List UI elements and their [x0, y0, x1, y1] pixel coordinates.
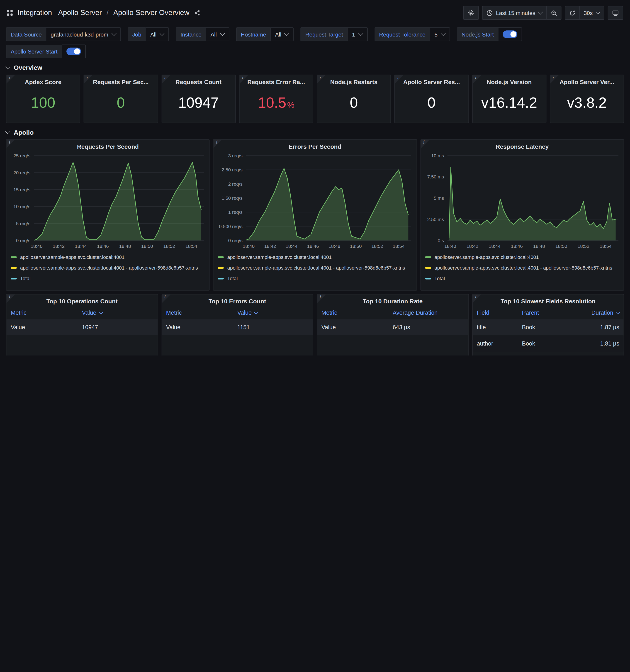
panel-title[interactable]: Requests Per Second	[6, 140, 209, 151]
table-row: Value 10947	[6, 319, 157, 335]
column-header-value[interactable]: Value	[237, 310, 309, 316]
request-tolerance-select[interactable]: 5	[430, 27, 450, 41]
legend-label[interactable]: Total	[227, 276, 412, 281]
data-source-select[interactable]: grafanacloud-k3d-prom	[46, 27, 121, 41]
legend-item: Total	[425, 273, 619, 284]
panel-info-icon[interactable]: i	[214, 140, 222, 148]
refresh-button[interactable]	[565, 6, 580, 20]
cell-metric: Value	[166, 324, 237, 330]
panel-info-icon[interactable]: i	[421, 140, 429, 148]
column-header-value[interactable]: Value	[82, 310, 153, 316]
panel-info-icon[interactable]: i	[472, 75, 481, 83]
stat-panel-apdex-score: i Apdex Score 100	[6, 75, 80, 123]
panel-info-icon[interactable]: i	[162, 75, 170, 83]
section-overview[interactable]: Overview	[6, 64, 624, 71]
cell-field: title	[477, 324, 522, 330]
apollo-server-start-variable: Apollo Server Start	[6, 45, 86, 58]
kiosk-mode-button[interactable]	[608, 6, 623, 20]
top10-operations-count-panel: i Top 10 Operations Count Metric Value V…	[6, 294, 158, 356]
svg-text:0 s: 0 s	[438, 238, 444, 243]
dashboard-settings-button[interactable]	[463, 6, 479, 20]
legend-label[interactable]: Total	[434, 276, 619, 281]
panel-title[interactable]: Node.js Restarts	[317, 75, 391, 87]
panel-title[interactable]: Top 10 Slowest Fields Resolution	[472, 294, 624, 306]
column-header-metric[interactable]: Metric	[166, 310, 237, 316]
column-header-field[interactable]: Field	[477, 310, 522, 316]
legend-label[interactable]: apolloserver.sample-apps.svc.cluster.loc…	[434, 265, 619, 270]
cell-value: 10947	[82, 324, 153, 330]
legend-label[interactable]: Total	[20, 276, 205, 281]
panel-info-icon[interactable]: i	[317, 294, 326, 303]
panel-info-icon[interactable]: i	[84, 75, 93, 83]
column-header-duration[interactable]: Duration	[577, 310, 619, 316]
request-target-label: Request Target	[300, 27, 347, 41]
errors-per-second-chart[interactable]: 0 req/s0.500 req/s1 req/s1.50 req/s2 req…	[214, 151, 416, 251]
apps-grid-icon[interactable]	[7, 10, 13, 16]
legend-label[interactable]: apolloserver.sample-apps.svc.cluster.loc…	[434, 255, 619, 260]
panel-info-icon[interactable]: i	[162, 294, 170, 303]
column-header-metric[interactable]: Metric	[11, 310, 82, 316]
panel-title[interactable]: Top 10 Duration Rate	[317, 294, 468, 306]
legend-label[interactable]: apolloserver.sample-apps.svc.cluster.loc…	[227, 265, 412, 270]
stat-value: 100	[31, 95, 55, 110]
panel-info-icon[interactable]: i	[472, 294, 481, 303]
panel-info-icon[interactable]: i	[395, 75, 404, 83]
svg-text:18:52: 18:52	[371, 243, 383, 249]
legend-label[interactable]: apolloserver.sample-apps.svc.cluster.loc…	[227, 255, 412, 260]
svg-text:2 req/s: 2 req/s	[228, 182, 243, 187]
hostname-variable: Hostname All	[236, 27, 294, 41]
refresh-interval-picker[interactable]: 30s	[579, 6, 604, 20]
svg-text:18:48: 18:48	[533, 243, 545, 249]
panel-info-icon[interactable]: i	[239, 75, 248, 83]
cell-parent: Book	[522, 324, 577, 330]
panel-title[interactable]: Apdex Score	[6, 75, 80, 87]
column-header-parent[interactable]: Parent	[522, 310, 577, 316]
hostname-select[interactable]: All	[270, 27, 294, 41]
panel-title[interactable]: Errors Per Second	[214, 140, 416, 151]
response-latency-chart[interactable]: 0 s2.50 ms5 ms7.50 ms10 ms18:4018:4218:4…	[421, 151, 624, 251]
panel-title[interactable]: Node.js Version	[472, 75, 546, 87]
panel-title[interactable]: Apollo Server Ver...	[550, 75, 624, 87]
svg-text:18:48: 18:48	[119, 243, 131, 249]
gear-icon	[468, 9, 475, 16]
job-select[interactable]: All	[146, 27, 169, 41]
panel-info-icon[interactable]: i	[6, 294, 15, 303]
column-header-average-duration[interactable]: Average Duration	[393, 310, 464, 316]
nodejs-start-toggle[interactable]	[503, 30, 517, 38]
share-icon[interactable]	[194, 10, 200, 16]
apollo-server-start-toggle[interactable]	[67, 48, 81, 55]
cell-duration: 1.87 µs	[577, 324, 619, 330]
panel-title[interactable]: Apollo Server Res...	[395, 75, 468, 87]
column-header-metric[interactable]: Metric	[321, 310, 393, 316]
requests-per-second-chart[interactable]: 0 req/s5 req/s10 req/s15 req/s20 req/s25…	[6, 151, 209, 251]
svg-text:2.50 ms: 2.50 ms	[427, 217, 444, 222]
data-source-label: Data Source	[6, 27, 46, 41]
panel-info-icon[interactable]: i	[317, 75, 326, 83]
breadcrumb-folder[interactable]: Integration - Apollo Server	[18, 8, 102, 17]
panel-info-icon[interactable]: i	[6, 140, 15, 148]
stat-value: v3.8.2	[567, 95, 607, 110]
panel-info-icon[interactable]: i	[550, 75, 559, 83]
chevron-down-icon	[5, 64, 10, 69]
zoom-out-button[interactable]	[546, 6, 561, 20]
svg-text:18:44: 18:44	[286, 243, 298, 249]
panel-title[interactable]: Requests Error Ra...	[239, 75, 313, 87]
legend-label[interactable]: apolloserver.sample-apps.svc.cluster.loc…	[20, 255, 205, 260]
section-apollo[interactable]: Apollo	[6, 128, 624, 136]
panel-title[interactable]: Requests Count	[162, 75, 235, 87]
instance-select[interactable]: All	[206, 27, 229, 41]
legend-label[interactable]: apolloserver.sample-apps.svc.cluster.loc…	[20, 265, 205, 270]
panel-title[interactable]: Top 10 Operations Count	[6, 294, 157, 306]
breadcrumb-dashboard[interactable]: Apollo Server Overview	[113, 8, 190, 17]
legend-swatch	[11, 278, 17, 279]
panel-title[interactable]: Requests Per Sec...	[84, 75, 158, 87]
panel-info-icon[interactable]: i	[6, 75, 15, 83]
table-row: Value 1151	[162, 319, 313, 335]
request-target-select[interactable]: 1	[347, 27, 367, 41]
time-range-picker[interactable]: Last 15 minutes	[482, 6, 547, 20]
apollo-tables-row: i Top 10 Operations Count Metric Value V…	[6, 294, 624, 356]
svg-text:18:46: 18:46	[511, 243, 523, 249]
panel-title[interactable]: Response Latency	[421, 140, 624, 151]
panel-title[interactable]: Top 10 Errors Count	[162, 294, 313, 306]
svg-text:18:44: 18:44	[488, 243, 500, 249]
